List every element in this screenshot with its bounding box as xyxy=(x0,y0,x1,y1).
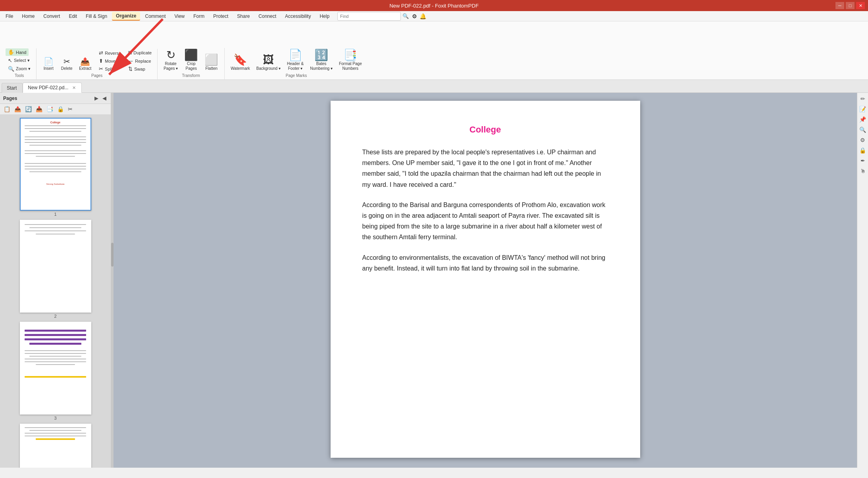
right-tool-5[interactable]: ⚙ xyxy=(859,136,866,144)
tab-new-pdf[interactable]: New PDF-022.pd... ✕ xyxy=(23,83,82,93)
thumb-line xyxy=(25,163,87,164)
ribbon-group-page-marks: 🔖 Watermark 🖼 Background ▾ 📄 Header &Foo… xyxy=(225,48,368,79)
bates-numbering-icon: 🔢 xyxy=(314,50,328,61)
menu-share[interactable]: Share xyxy=(233,12,254,20)
menu-file[interactable]: File xyxy=(2,12,17,20)
reverse-button[interactable]: ⇄ Reverse xyxy=(96,49,123,57)
rotate-pages-button[interactable]: ↻ RotatePages ▾ xyxy=(161,48,181,73)
thumb-line xyxy=(36,234,75,234)
scrollbar-thumb[interactable] xyxy=(111,243,114,267)
right-tool-8[interactable]: 🖱 xyxy=(859,167,867,175)
menu-connect[interactable]: Connect xyxy=(254,12,280,20)
insert-button[interactable]: 📄 Insert xyxy=(40,56,57,73)
replace-button[interactable]: ↔ Replace xyxy=(126,57,154,65)
close-button[interactable]: ✕ xyxy=(856,2,865,9)
move-button[interactable]: ⬆ Move xyxy=(96,57,123,65)
crop-pages-button[interactable]: ⬛ CropPages xyxy=(181,48,201,73)
select-label: Select ▾ xyxy=(14,58,30,63)
menu-form[interactable]: Form xyxy=(189,12,208,20)
transform-buttons: ↻ RotatePages ▾ ⬛ CropPages ⬜ Flatten xyxy=(161,48,221,73)
hand-label: Hand xyxy=(16,50,26,55)
menu-home[interactable]: Home xyxy=(18,12,38,20)
reverse-label: Reverse xyxy=(105,51,121,56)
right-tool-3[interactable]: 📌 xyxy=(858,115,867,124)
menu-accessibility[interactable]: Accessibility xyxy=(281,12,315,20)
split-button[interactable]: ✂ Split xyxy=(96,65,123,73)
pages-tool-1[interactable]: 📋 xyxy=(2,105,12,113)
thumb-line xyxy=(25,169,87,169)
menu-edit[interactable]: Edit xyxy=(65,12,81,20)
duplicate-button[interactable]: ⧉ Duplicate xyxy=(126,49,154,57)
menu-convert[interactable]: Convert xyxy=(39,12,64,20)
menu-help[interactable]: Help xyxy=(316,12,333,20)
search-input[interactable] xyxy=(337,12,401,21)
search-icon[interactable]: 🔍 xyxy=(402,13,409,19)
swap-button[interactable]: ⇅ Swap xyxy=(126,65,154,73)
swap-icon: ⇅ xyxy=(128,66,133,72)
page-thumb-4-container xyxy=(3,424,108,468)
hand-tool-button[interactable]: ✋ Hand xyxy=(6,48,29,56)
settings-icon[interactable]: ⚙ xyxy=(411,12,418,20)
thumb-line xyxy=(25,433,87,434)
select-icon: ↖ xyxy=(8,58,12,63)
watermark-icon: 🔖 xyxy=(233,54,247,65)
menu-fill-sign[interactable]: Fill & Sign xyxy=(82,12,111,20)
thumb-line xyxy=(25,166,87,167)
watermark-button[interactable]: 🔖 Watermark xyxy=(228,53,253,73)
extract-button[interactable]: 📤 Extract xyxy=(76,56,94,73)
select-tool-button[interactable]: ↖ Select ▾ xyxy=(6,57,32,64)
pages-tool-6[interactable]: 🔒 xyxy=(56,105,65,113)
flatten-icon: ⬜ xyxy=(204,54,218,65)
zoom-tool-button[interactable]: 🔍 Zoom ▾ xyxy=(6,65,33,73)
format-page-numbers-button[interactable]: 📑 Format PageNumbers xyxy=(336,48,365,73)
page-thumb-4[interactable] xyxy=(20,424,91,468)
thumb-line xyxy=(29,227,81,228)
panel-expand-button[interactable]: ▶ xyxy=(93,95,100,102)
maximize-button[interactable]: □ xyxy=(846,2,855,9)
menu-protect[interactable]: Protect xyxy=(209,12,232,20)
thumb-1-title: College xyxy=(23,121,88,124)
right-tool-6[interactable]: 🔒 xyxy=(858,146,867,155)
right-tool-4[interactable]: 🔍 xyxy=(858,125,867,134)
bates-numbering-button[interactable]: 🔢 BatesNumbering ▾ xyxy=(307,48,335,73)
minimize-button[interactable]: ─ xyxy=(835,2,844,9)
page-thumb-3[interactable] xyxy=(20,322,91,415)
notification-icon[interactable]: 🔔 xyxy=(419,12,427,20)
menu-view[interactable]: View xyxy=(170,12,189,20)
pages-tool-7[interactable]: ✂ xyxy=(67,105,74,113)
delete-button[interactable]: ✂ Delete xyxy=(58,56,75,73)
pages-tool-2[interactable]: 📤 xyxy=(13,105,22,113)
background-button[interactable]: 🖼 Background ▾ xyxy=(254,53,283,73)
header-footer-button[interactable]: 📄 Header &Footer ▾ xyxy=(284,48,306,73)
header-footer-label: Header &Footer ▾ xyxy=(287,61,304,71)
tab-close-button[interactable]: ✕ xyxy=(72,85,76,90)
right-tool-2[interactable]: 📝 xyxy=(858,105,867,113)
page-thumb-1[interactable]: College xyxy=(20,118,91,211)
pages-tool-4[interactable]: 📥 xyxy=(35,105,44,113)
duplicate-label: Duplicate xyxy=(133,50,152,55)
top-right-buttons: ⚙ 🔔 xyxy=(411,12,427,20)
right-tool-1[interactable]: ✏ xyxy=(859,94,866,103)
pages-panel-header: Pages ▶ ◀ xyxy=(0,93,111,104)
page-thumb-3-container: 3 xyxy=(3,322,108,420)
tab-start[interactable]: Start xyxy=(2,83,23,93)
panel-collapse-button[interactable]: ◀ xyxy=(101,95,108,102)
pages-tool-3[interactable]: 🔄 xyxy=(24,105,33,113)
pages-small-group-2: ⧉ Duplicate ↔ Replace ⇅ Swap xyxy=(126,49,154,73)
pages-tool-5[interactable]: 📑 xyxy=(45,105,54,113)
right-tool-7[interactable]: ✒ xyxy=(859,156,866,165)
ribbon-group-tools: ✋ Hand ↖ Select ▾ 🔍 Zoom ▾ Tools xyxy=(2,48,37,79)
flatten-button[interactable]: ⬜ Flatten xyxy=(202,53,221,73)
thumb-line xyxy=(25,136,87,137)
thumb-line xyxy=(29,430,81,431)
tab-new-pdf-label: New PDF-022.pd... xyxy=(28,85,68,90)
menu-comment[interactable]: Comment xyxy=(141,12,169,20)
menu-organize[interactable]: Organize xyxy=(112,12,140,21)
page-thumb-2[interactable] xyxy=(20,220,91,313)
pdf-paragraph-2: According to the Barisal and Barguna cor… xyxy=(362,200,608,243)
title-bar: New PDF-022.pdf - Foxit PhantomPDF ─ □ ✕ xyxy=(0,0,868,11)
delete-label: Delete xyxy=(61,66,73,71)
replace-icon: ↔ xyxy=(128,58,133,64)
split-label: Split xyxy=(105,67,113,71)
page-thumb-2-container: 2 xyxy=(3,220,108,319)
